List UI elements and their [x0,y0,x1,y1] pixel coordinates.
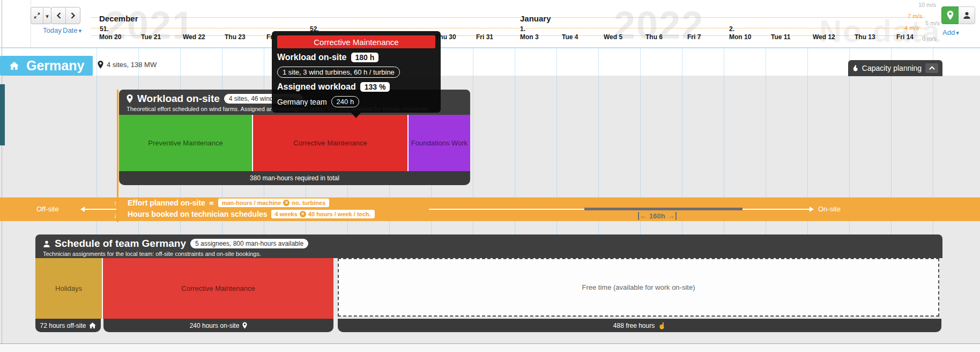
zoom-button-group [31,7,51,24]
wind-speed-line-4ms [91,28,925,28]
week-label-1: 1. [520,25,525,33]
workload-block-preventive[interactable]: Preventive Maintenance [119,115,252,171]
workload-panel-title: Workload on-site [137,93,220,105]
free-hours-footer: 488 free hours ☝ [338,319,941,332]
month-label-december: December [99,14,138,23]
wind-speed-line-low [91,35,925,36]
multiply-icon [300,211,306,217]
zoom-dropdown-button[interactable] [43,8,51,24]
day-label: Wed 22 [183,33,205,41]
day-label: Tue 11 [771,33,790,41]
day-label: Tue 4 [562,33,578,41]
measure-start-icon [638,212,647,220]
schedule-panel-title: Schedule of team Germany [55,238,186,250]
caret-down-icon [46,11,49,20]
caret-down-icon [78,26,81,34]
left-border-line [2,0,2,343]
location-pin-icon [947,11,954,20]
schedule-panel-header: Schedule of team Germany 5 assignees, 80… [35,234,942,258]
collapse-button[interactable] [925,63,938,73]
week-label-2: 2. [729,25,734,33]
day-label: Thu 23 [225,33,246,41]
measure-end-icon [668,212,677,220]
schedule-panel-subtitle: Technician assignments for the local tea… [43,251,942,257]
tooltip-assigned-label: Assigned workload [277,82,356,92]
on-site-footer: 240 hours on-site [103,319,333,332]
capacity-planning-app: 2021 2022 No data Today Date De [0,0,980,352]
proportional-icon: ∝ [209,199,214,207]
add-person-button[interactable] [959,6,975,24]
hours-formula-badge: 4 weeks 40 hours / week / tech. [271,210,375,218]
day-label: Fri 31 [476,33,493,41]
day-label: Thu 6 [645,33,663,41]
tooltip-team-value: 240 h [331,96,360,107]
scroll-button-group [51,7,80,24]
schedule-block-free-time[interactable]: Free time (available for work on-site) [338,258,939,317]
off-site-label: Off-site [36,205,59,213]
home-icon [10,62,19,70]
hand-pointer-icon: ☝ [658,322,666,329]
schedule-block-holidays[interactable]: Holidays [35,258,102,319]
capacity-planning-button[interactable]: Capacity planning [848,60,942,76]
today-link[interactable]: Today [43,26,62,34]
wind-scale-4ms: 4 m/s [904,25,919,31]
add-site-button[interactable] [941,6,959,24]
add-button-group [941,6,975,24]
multiply-icon [283,200,289,206]
tooltip-workload-label: Workload on-site [277,53,347,62]
location-pin-icon [98,61,103,69]
effort-formula-badge: man-hours / machine no. turbines [218,199,330,207]
person-icon [963,11,971,19]
tooltip-assigned-value: 133 % [360,82,390,92]
tooltip-title: Corrective Maintenance [277,35,435,48]
expand-button[interactable] [31,8,43,24]
bottom-strip [0,343,980,352]
flow-line-left [82,209,116,210]
tooltip-detail-pill: 1 site, 3 wind turbines, 60 h / turbine [277,67,400,78]
current-date-marker [117,90,118,222]
month-label-january: January [520,14,551,23]
chevron-up-icon [929,66,935,70]
day-label: Tue 21 [141,33,161,41]
caret-down-icon [956,28,959,36]
day-label: Thu 13 [855,33,875,41]
home-icon [89,322,96,328]
day-label: Wed 5 [604,33,622,41]
flame-icon [852,64,858,72]
expand-icon [34,12,40,19]
scroll-left-button[interactable] [51,8,65,24]
tooltip-team-label: Germany team [277,98,327,106]
holidays-footer: 72 hours off-site [35,319,101,332]
day-label: Mon 3 [520,33,539,41]
location-pin-icon [242,322,247,329]
region-header-germany[interactable]: Germany [0,56,93,76]
wind-scale-5ms: 5 m/s [925,20,940,26]
region-summary: 4 sites, 138 MW [98,61,157,69]
date-link[interactable]: Date [63,26,81,34]
location-pin-icon [127,94,133,103]
flow-band: Off-site On-site ↑ ↓ Effort planned on-s… [0,197,980,221]
day-label: Mon 20 [99,33,121,41]
workload-block-foundations[interactable]: Foundations Work [407,115,470,171]
region-name: Germany [26,58,84,74]
wind-speed-line-7ms [91,17,925,18]
day-label: Fri 14 [896,33,914,41]
arrow-right-icon [810,207,816,212]
scroll-right-button[interactable] [65,8,80,24]
day-label: Mon 10 [729,33,751,41]
schedule-block-corrective[interactable]: Corrective Maintenance [102,258,333,319]
task-tooltip: Corrective Maintenance Workload on-site … [272,31,441,113]
add-link[interactable]: Add [942,28,959,36]
person-icon [43,240,50,248]
day-label: Fri 7 [687,33,701,41]
tooltip-workload-value: 180 h [351,53,379,62]
effort-planned-row: Effort planned on-site ∝ man-hours / mac… [128,199,329,207]
hours-booked-row: Hours booked on technician schedules 4 w… [128,210,375,218]
booked-range-segment [584,208,743,210]
workload-panel-footer: 380 man-hours required in total [119,171,470,185]
workload-block-corrective[interactable]: Corrective Maintenance [252,115,407,171]
chevron-right-icon [71,12,76,19]
day-label: Wed 12 [813,33,835,41]
wind-scale-7ms: 7 m/s [908,13,922,19]
wind-scale-0ms: 0 m/s [922,35,937,42]
